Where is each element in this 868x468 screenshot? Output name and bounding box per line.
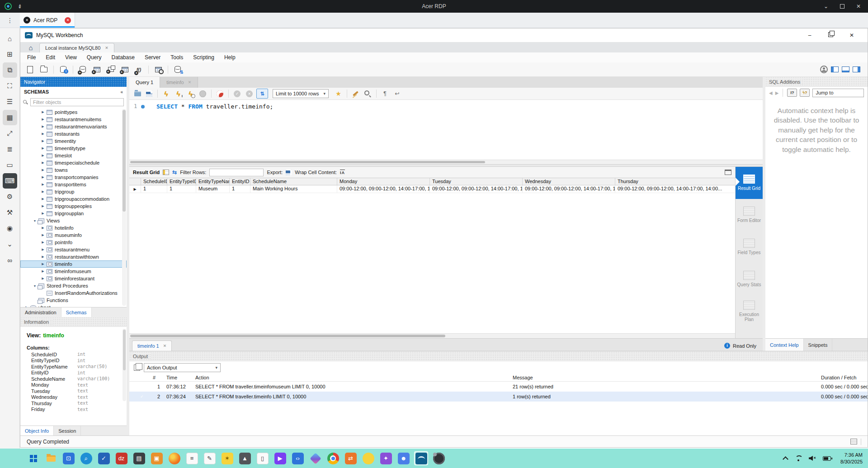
gray-app-icon[interactable]: ▲ <box>238 451 252 465</box>
monitor-icon[interactable]: ▭ <box>3 157 17 173</box>
column-header[interactable]: EntityID <box>230 178 250 185</box>
explain-icon[interactable]: ϟ <box>185 89 196 99</box>
expand-arrow-icon[interactable] <box>40 154 46 157</box>
separator[interactable] <box>347 90 347 98</box>
editor-app-icon[interactable]: ✎ <box>203 451 217 465</box>
information-tab[interactable]: Object Info <box>20 426 54 435</box>
sync-app-icon[interactable]: ⇄ <box>344 451 358 465</box>
menu-item[interactable]: Edit <box>41 54 60 61</box>
tree-item[interactable]: transportcompanies <box>20 174 127 181</box>
tree-item[interactable]: pointtypes <box>20 109 127 116</box>
separator[interactable] <box>211 90 212 98</box>
separator[interactable] <box>157 90 158 98</box>
file-explorer-icon[interactable] <box>44 451 58 465</box>
tree-item[interactable]: timeinfo <box>20 260 127 268</box>
tree-scrollbar[interactable] <box>122 109 126 306</box>
battery-icon[interactable] <box>823 456 831 461</box>
menu-item[interactable]: Server <box>140 54 165 61</box>
info-scrollbar[interactable] <box>123 329 126 401</box>
separator[interactable] <box>376 90 377 98</box>
expand-arrow-icon[interactable] <box>40 161 46 165</box>
grid-cell[interactable]: 09:00-12:00, 09:00-12:00, 14:00-17:00, 1… <box>615 185 735 193</box>
firefox-icon[interactable] <box>167 451 181 465</box>
output-row[interactable]: 1 07:36:12 SELECT * FROM traveller.timei… <box>129 382 868 392</box>
grid-hscrollbar[interactable] <box>129 333 735 338</box>
tree-item[interactable]: museuminfo <box>20 232 127 239</box>
chevron-down-icon[interactable]: ⌄ <box>3 236 17 252</box>
tree-item[interactable]: tripgrouppeoples <box>20 203 127 210</box>
grid-cell[interactable]: Main Working Hours <box>250 185 337 193</box>
filter-rows-input[interactable] <box>209 169 264 176</box>
tree-item[interactable]: tripgroupaccommodation <box>20 195 127 203</box>
sql-statement[interactable]: SELECT * FROM traveller.timeinfo; <box>156 103 273 110</box>
execute-icon[interactable]: ϟ <box>161 89 171 99</box>
wifi-icon[interactable] <box>794 455 802 461</box>
tree-item[interactable]: timeinfomuseum <box>20 268 127 275</box>
tree-item[interactable]: hotelinfo <box>20 224 127 232</box>
taskbar-clock[interactable]: 7:36 AM 8/30/2025 <box>840 452 863 465</box>
collapse-all-icon[interactable]: « <box>120 90 123 95</box>
autocommit-icon[interactable] <box>256 89 268 99</box>
back-arrow-icon[interactable]: ◀ <box>769 90 773 95</box>
grid-cell[interactable]: Museum <box>196 185 230 193</box>
settings-gear-icon[interactable]: ⚙ <box>3 189 17 204</box>
grid-cell[interactable]: 1 <box>141 185 167 193</box>
tab-close-icon[interactable] <box>188 80 192 85</box>
menu-icon[interactable]: ☰ <box>3 94 17 109</box>
navigator-tab[interactable]: Schemas <box>61 307 92 317</box>
editor-hscrollbar[interactable] <box>129 160 763 164</box>
create-function-icon[interactable] <box>133 64 145 75</box>
toggle-bottom-panel-icon[interactable] <box>842 66 849 72</box>
column-header[interactable]: Wednesday <box>523 178 615 185</box>
hive-app-icon[interactable]: ✶ <box>220 451 234 465</box>
limit-rows-select[interactable]: Limit to 10000 rows <box>273 89 329 98</box>
copilot-app-icon[interactable] <box>308 451 322 465</box>
chrome-icon[interactable] <box>326 451 340 465</box>
start-button[interactable] <box>26 451 40 465</box>
home-tab-icon[interactable]: ⌂ <box>24 43 38 52</box>
output-type-select[interactable]: Action Output <box>144 363 221 372</box>
expand-arrow-icon[interactable] <box>32 284 38 288</box>
separator[interactable] <box>168 66 168 74</box>
tree-item[interactable]: timeentitytype <box>20 145 127 152</box>
query-stats-button[interactable]: Query Stats <box>736 263 763 295</box>
apps-grid-icon[interactable]: ▦ <box>3 110 17 125</box>
maximize-icon[interactable] <box>840 4 844 9</box>
tree-item[interactable]: tripgroupplan <box>20 210 127 217</box>
chat-app-icon[interactable]: ✦ <box>379 451 393 465</box>
expand-arrow-icon[interactable] <box>40 241 46 244</box>
grid-cell[interactable]: 1 <box>230 185 250 193</box>
menu-item[interactable]: Help <box>219 54 241 61</box>
execution-plan-button[interactable]: Execution Plan <box>736 295 763 327</box>
field-types-button[interactable]: Field Types <box>736 231 763 263</box>
menu-item[interactable]: Query <box>82 54 107 61</box>
result-tab-close-icon[interactable] <box>163 344 167 348</box>
remote-desktop-app-icon[interactable]: ⊡ <box>61 451 75 465</box>
expand-arrow-icon[interactable] <box>40 197 46 201</box>
column-header[interactable]: EntityTypeID <box>167 178 196 185</box>
context-help-icon[interactable]: I? <box>787 89 797 97</box>
rdp-session-tab[interactable]: ✕ Acer RDP ✕ <box>20 13 75 28</box>
reconnect-dbms-icon[interactable] <box>172 64 184 75</box>
create-schema-icon[interactable] <box>77 64 89 75</box>
stop-icon[interactable] <box>198 89 208 99</box>
column-header[interactable]: Thursday <box>615 178 735 185</box>
kebab-menu-icon[interactable]: ⋮ <box>0 13 20 28</box>
sessions-icon[interactable]: ⧉ <box>3 62 17 78</box>
editor-tab[interactable]: Query 1 <box>129 77 160 88</box>
find-icon[interactable] <box>363 89 373 99</box>
open-sql-file-icon[interactable] <box>38 64 50 75</box>
jump-to-box[interactable]: Jump to <box>812 89 864 97</box>
clean-icon[interactable] <box>350 89 361 99</box>
tree-item[interactable]: timeinforestaurant <box>20 275 127 282</box>
expand-arrow-icon[interactable] <box>40 183 46 186</box>
editor-tab[interactable]: timeinfo <box>160 77 198 88</box>
result-grid-button[interactable]: Result Grid <box>736 167 763 199</box>
tree-item[interactable]: tripgroup <box>20 188 127 195</box>
rollback-icon[interactable] <box>244 89 255 99</box>
form-editor-button[interactable]: Form Editor <box>736 199 763 231</box>
toggle-right-panel-icon[interactable] <box>853 66 860 72</box>
show-invisibles-icon[interactable]: ¶ <box>380 89 390 99</box>
grid-cell[interactable]: 09:00-12:00, 09:00-12:00, 14:00-17:00, 1… <box>523 185 615 193</box>
create-table-icon[interactable] <box>91 64 103 75</box>
